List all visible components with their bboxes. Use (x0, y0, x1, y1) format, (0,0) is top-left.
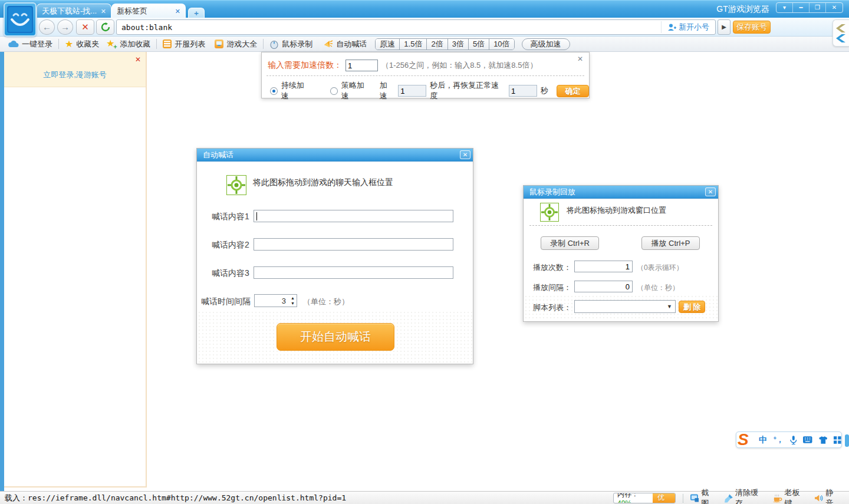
shout-content-2-input[interactable] (254, 238, 453, 251)
shout-content-3-input[interactable] (254, 266, 453, 279)
minimize-icon: ━ (799, 4, 802, 11)
status-item-label: 清除缓存 (735, 487, 764, 504)
favorites-button[interactable]: ★ 收藏夹 (65, 39, 99, 50)
sidebar-close-icon[interactable]: ✕ (135, 55, 141, 64)
add-favorite-button[interactable]: ★ ＋ 添加收藏 (106, 39, 150, 50)
play-count-input[interactable] (574, 261, 633, 272)
drag-target-icon[interactable] (540, 203, 559, 222)
megaphone-icon (323, 39, 333, 48)
shout-content-1-input[interactable] (254, 210, 453, 222)
cloud-icon (8, 40, 19, 48)
toolbar-label: 自动喊话 (336, 39, 367, 50)
speed-option-5x[interactable]: 5倍 (469, 39, 489, 50)
plus-icon: ＋ (193, 8, 200, 18)
forward-button[interactable]: → (57, 19, 73, 35)
ime-drag-handle[interactable] (845, 434, 849, 447)
ime-mode-toggle[interactable]: 中 (759, 436, 767, 444)
speed-option-1-5x[interactable]: 1.5倍 (400, 39, 427, 50)
menu-dropdown-button[interactable]: ▾ (776, 3, 793, 12)
address-text[interactable]: about:blank (117, 23, 661, 32)
mute-button[interactable]: 静音 (815, 487, 840, 504)
accel-seconds-input[interactable] (398, 85, 426, 97)
auto-shout-dialog: 自动喊话 ✕ 将此图标拖动到游戏的聊天输入框位置 喊话内容1 喊话内容2 喊话内… (196, 148, 473, 364)
interval-stepper[interactable]: 3 ▲ ▼ (254, 294, 297, 307)
toolbox-grid-icon[interactable] (834, 436, 841, 444)
app-logo-icon[interactable] (4, 2, 37, 37)
sogou-logo-icon[interactable]: S (738, 430, 749, 449)
status-separator (683, 494, 683, 503)
clear-cache-button[interactable]: 清除缓存 (725, 487, 764, 504)
tab-download-site[interactable]: 天极下载站-找... ✕ (37, 4, 111, 18)
screenshot-button[interactable]: 截图 (690, 487, 716, 504)
shout-row-label: 喊话内容2 (212, 240, 249, 251)
record-button[interactable]: 录制 Ctrl+R (541, 236, 599, 250)
auto-shout-button[interactable]: 自动喊话 (323, 39, 367, 50)
restore-button[interactable]: ❐ (809, 3, 826, 12)
radio-continuous[interactable] (270, 87, 278, 95)
confirm-button[interactable]: 确定 (557, 85, 589, 97)
sidebar-edge-strip (0, 52, 4, 491)
spin-down-icon[interactable]: ▼ (291, 301, 295, 306)
delete-button[interactable]: 删 除 (679, 301, 705, 313)
panel-toggle-button[interactable] (832, 19, 849, 47)
new-account-link[interactable]: 新开小号 (661, 21, 715, 33)
divider (529, 225, 712, 226)
title-bar: 天极下载站-找... ✕ 新标签页 ✕ ＋ GT游戏浏览器 ▾ ━ ❐ ✕ (0, 0, 849, 18)
dialog-title-bar[interactable]: 自动喊话 ✕ (197, 149, 473, 162)
minimize-button[interactable]: ━ (793, 3, 809, 12)
dialog-close-button[interactable]: ✕ (705, 187, 716, 196)
accel-label: 加速 (380, 80, 395, 101)
coffee-cup-icon (773, 494, 782, 503)
tab-close-icon[interactable]: ✕ (101, 8, 106, 15)
chevron-down-icon: ▾ (783, 4, 786, 11)
keyboard-icon[interactable] (803, 436, 812, 443)
server-list-button[interactable]: 开服列表 (163, 39, 205, 50)
game-center-button[interactable]: 游戏大全 (215, 39, 257, 50)
stop-button[interactable]: ✕ (76, 19, 94, 35)
microphone-icon[interactable] (790, 436, 797, 444)
optimize-button[interactable]: 优化 (653, 493, 675, 503)
tab-new-page[interactable]: 新标签页 ✕ (111, 4, 186, 18)
dialog-close-button[interactable]: ✕ (460, 150, 470, 159)
boss-key-button[interactable]: 老板键 (773, 487, 806, 504)
advanced-speed-button[interactable]: 高级加速 (522, 38, 570, 50)
play-interval-input[interactable] (574, 281, 633, 292)
script-list-dropdown[interactable]: ▼ (574, 300, 676, 313)
skin-shirt-icon[interactable] (819, 436, 828, 444)
speed-option-10x[interactable]: 10倍 (489, 39, 514, 50)
start-auto-shout-button[interactable]: 开始自动喊话 (277, 323, 394, 351)
speed-option-2x[interactable]: 2倍 (427, 39, 447, 50)
speed-panel-close-icon[interactable]: ✕ (577, 55, 583, 63)
spin-up-icon[interactable]: ▲ (291, 295, 295, 301)
multiplier-input[interactable] (345, 60, 378, 71)
star-icon: ★ (65, 40, 73, 48)
brush-icon (725, 494, 733, 503)
dialog-title-bar[interactable]: 鼠标录制回放 ✕ (524, 186, 718, 199)
login-link[interactable]: 立即登录,漫游账号 (4, 70, 146, 80)
play-button[interactable]: 播放 Ctrl+P (641, 236, 700, 250)
go-button[interactable]: ▶ (718, 19, 730, 35)
one-key-login-button[interactable]: 一键登录 (8, 39, 52, 50)
back-button[interactable]: ← (39, 19, 55, 35)
stepper-arrows[interactable]: ▲ ▼ (291, 295, 295, 306)
radio-continuous-label: 持续加速 (281, 80, 311, 101)
new-tab-button[interactable]: ＋ (188, 8, 205, 18)
text-caret (256, 212, 257, 220)
new-account-label: 新开小号 (679, 22, 709, 32)
save-account-button[interactable]: 保存账号 (733, 21, 771, 34)
shout-row-label: 喊话内容1 (212, 212, 249, 222)
address-bar[interactable]: about:blank 新开小号 (116, 19, 716, 35)
speed-option-normal[interactable]: 原速 (376, 39, 400, 50)
status-right-cluster: 内存：49% 优化 截图 清除缓存 (613, 492, 849, 504)
toolbar-label: 收藏夹 (76, 39, 99, 50)
toolbar-separator (263, 39, 264, 49)
tab-close-icon[interactable]: ✕ (175, 8, 180, 15)
ime-punct-toggle[interactable]: °， (774, 436, 784, 444)
refresh-button[interactable] (96, 19, 114, 35)
mouse-record-button[interactable]: 鼠标录制 (269, 39, 312, 50)
close-button[interactable]: ✕ (826, 3, 843, 12)
drag-target-icon[interactable] (226, 175, 246, 195)
speed-option-3x[interactable]: 3倍 (448, 39, 469, 50)
radio-strategy[interactable] (330, 87, 338, 95)
restore-seconds-input[interactable] (509, 85, 537, 97)
